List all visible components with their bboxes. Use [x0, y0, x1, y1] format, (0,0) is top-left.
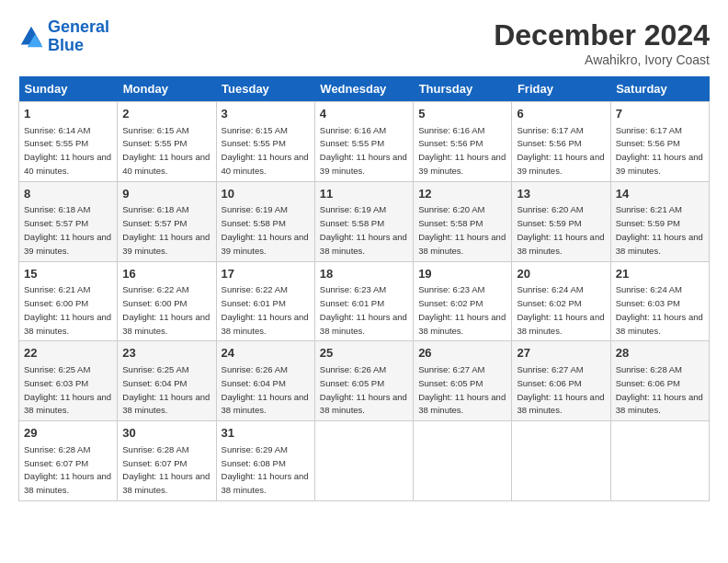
- calendar-day: 9 Sunrise: 6:18 AMSunset: 5:57 PMDayligh…: [118, 181, 216, 261]
- calendar-day: 23 Sunrise: 6:25 AMSunset: 6:04 PMDaylig…: [118, 341, 216, 421]
- day-number: 15: [24, 266, 112, 282]
- weekday-header: Sunday: [19, 76, 118, 102]
- calendar-week: 22 Sunrise: 6:25 AMSunset: 6:03 PMDaylig…: [19, 341, 710, 421]
- calendar-day: 14 Sunrise: 6:21 AMSunset: 5:59 PMDaylig…: [610, 181, 709, 261]
- day-number: 22: [24, 345, 112, 362]
- calendar-day: 15 Sunrise: 6:21 AMSunset: 6:00 PMDaylig…: [19, 261, 118, 341]
- calendar-day: 20 Sunrise: 6:24 AMSunset: 6:02 PMDaylig…: [512, 261, 610, 341]
- calendar-day: 19 Sunrise: 6:23 AMSunset: 6:02 PMDaylig…: [414, 261, 512, 341]
- month-title: December 2024: [494, 18, 710, 52]
- day-number: 10: [222, 186, 310, 202]
- day-info: Sunrise: 6:16 AMSunset: 5:55 PMDaylight:…: [320, 125, 407, 176]
- day-number: 1: [24, 106, 112, 122]
- day-info: Sunrise: 6:19 AMSunset: 5:58 PMDaylight:…: [320, 204, 407, 255]
- calendar-week: 15 Sunrise: 6:21 AMSunset: 6:00 PMDaylig…: [19, 261, 710, 341]
- day-info: Sunrise: 6:28 AMSunset: 6:06 PMDaylight:…: [616, 364, 703, 415]
- weekday-header: Tuesday: [216, 76, 314, 102]
- calendar-day: 24 Sunrise: 6:26 AMSunset: 6:04 PMDaylig…: [216, 341, 314, 421]
- day-number: 16: [122, 266, 210, 282]
- logo-text: General Blue: [48, 18, 109, 55]
- calendar-day: [512, 421, 610, 501]
- day-info: Sunrise: 6:26 AMSunset: 6:05 PMDaylight:…: [320, 364, 407, 415]
- day-info: Sunrise: 6:23 AMSunset: 6:02 PMDaylight:…: [418, 284, 506, 335]
- day-info: Sunrise: 6:23 AMSunset: 6:01 PMDaylight:…: [320, 284, 407, 335]
- weekday-header: Wednesday: [314, 76, 413, 102]
- calendar-table: SundayMondayTuesdayWednesdayThursdayFrid…: [18, 76, 710, 501]
- calendar-day: 21 Sunrise: 6:24 AMSunset: 6:03 PMDaylig…: [610, 261, 709, 341]
- day-number: 18: [320, 266, 408, 282]
- day-number: 19: [418, 266, 506, 282]
- calendar-day: 11 Sunrise: 6:19 AMSunset: 5:58 PMDaylig…: [314, 181, 413, 261]
- day-number: 6: [517, 106, 605, 122]
- day-info: Sunrise: 6:21 AMSunset: 6:00 PMDaylight:…: [24, 284, 111, 335]
- calendar-day: 28 Sunrise: 6:28 AMSunset: 6:06 PMDaylig…: [610, 341, 709, 421]
- day-number: 13: [517, 186, 605, 202]
- page-header: General Blue December 2024 Awahikro, Ivo…: [18, 18, 710, 67]
- calendar-day: 2 Sunrise: 6:15 AMSunset: 5:55 PMDayligh…: [118, 102, 216, 182]
- calendar-day: 22 Sunrise: 6:25 AMSunset: 6:03 PMDaylig…: [19, 341, 118, 421]
- weekday-header: Thursday: [414, 76, 512, 102]
- day-info: Sunrise: 6:24 AMSunset: 6:02 PMDaylight:…: [517, 284, 604, 335]
- day-number: 24: [222, 345, 310, 362]
- calendar-day: 7 Sunrise: 6:17 AMSunset: 5:56 PMDayligh…: [610, 102, 709, 182]
- day-info: Sunrise: 6:22 AMSunset: 6:01 PMDaylight:…: [222, 284, 309, 335]
- day-number: 23: [122, 345, 210, 362]
- day-number: 4: [320, 106, 408, 122]
- day-number: 11: [320, 186, 408, 202]
- day-number: 12: [418, 186, 506, 202]
- weekday-header: Saturday: [610, 76, 709, 102]
- calendar-week: 29 Sunrise: 6:28 AMSunset: 6:07 PMDaylig…: [19, 421, 710, 501]
- day-number: 2: [122, 106, 210, 122]
- calendar-day: 3 Sunrise: 6:15 AMSunset: 5:55 PMDayligh…: [216, 102, 314, 182]
- day-info: Sunrise: 6:27 AMSunset: 6:06 PMDaylight:…: [517, 364, 604, 415]
- day-number: 29: [24, 425, 112, 442]
- calendar-day: 13 Sunrise: 6:20 AMSunset: 5:59 PMDaylig…: [512, 181, 610, 261]
- logo-line2: Blue: [48, 36, 84, 54]
- calendar-day: 12 Sunrise: 6:20 AMSunset: 5:58 PMDaylig…: [414, 181, 512, 261]
- day-number: 7: [616, 106, 704, 122]
- day-info: Sunrise: 6:14 AMSunset: 5:55 PMDaylight:…: [24, 125, 111, 176]
- day-info: Sunrise: 6:15 AMSunset: 5:55 PMDaylight:…: [222, 125, 309, 176]
- day-number: 21: [616, 266, 704, 282]
- day-info: Sunrise: 6:25 AMSunset: 6:04 PMDaylight:…: [122, 364, 210, 415]
- day-info: Sunrise: 6:16 AMSunset: 5:56 PMDaylight:…: [418, 125, 506, 176]
- day-number: 17: [222, 266, 310, 282]
- header-row: SundayMondayTuesdayWednesdayThursdayFrid…: [19, 76, 710, 102]
- calendar-day: [314, 421, 413, 501]
- calendar-week: 1 Sunrise: 6:14 AMSunset: 5:55 PMDayligh…: [19, 102, 710, 182]
- weekday-header: Monday: [118, 76, 216, 102]
- calendar-day: 8 Sunrise: 6:18 AMSunset: 5:57 PMDayligh…: [19, 181, 118, 261]
- day-info: Sunrise: 6:18 AMSunset: 5:57 PMDaylight:…: [24, 204, 111, 255]
- calendar-day: [610, 421, 709, 501]
- calendar-day: 29 Sunrise: 6:28 AMSunset: 6:07 PMDaylig…: [19, 421, 118, 501]
- day-info: Sunrise: 6:20 AMSunset: 5:59 PMDaylight:…: [517, 204, 604, 255]
- day-number: 28: [616, 345, 704, 362]
- calendar-day: 1 Sunrise: 6:14 AMSunset: 5:55 PMDayligh…: [19, 102, 118, 182]
- calendar-day: [414, 421, 512, 501]
- day-number: 25: [320, 345, 408, 362]
- day-info: Sunrise: 6:25 AMSunset: 6:03 PMDaylight:…: [24, 364, 111, 415]
- day-number: 3: [222, 106, 310, 122]
- day-info: Sunrise: 6:15 AMSunset: 5:55 PMDaylight:…: [122, 125, 210, 176]
- day-info: Sunrise: 6:17 AMSunset: 5:56 PMDaylight:…: [616, 125, 703, 176]
- calendar-day: 26 Sunrise: 6:27 AMSunset: 6:05 PMDaylig…: [414, 341, 512, 421]
- calendar-day: 4 Sunrise: 6:16 AMSunset: 5:55 PMDayligh…: [314, 102, 413, 182]
- calendar-day: 16 Sunrise: 6:22 AMSunset: 6:00 PMDaylig…: [118, 261, 216, 341]
- calendar-day: 31 Sunrise: 6:29 AMSunset: 6:08 PMDaylig…: [216, 421, 314, 501]
- day-info: Sunrise: 6:18 AMSunset: 5:57 PMDaylight:…: [122, 204, 210, 255]
- day-number: 26: [418, 345, 506, 362]
- calendar-day: 25 Sunrise: 6:26 AMSunset: 6:05 PMDaylig…: [314, 341, 413, 421]
- title-block: December 2024 Awahikro, Ivory Coast: [494, 18, 710, 67]
- day-info: Sunrise: 6:19 AMSunset: 5:58 PMDaylight:…: [222, 204, 309, 255]
- day-number: 8: [24, 186, 112, 202]
- location: Awahikro, Ivory Coast: [494, 52, 710, 67]
- day-number: 5: [418, 106, 506, 122]
- day-number: 30: [122, 425, 210, 442]
- day-number: 20: [517, 266, 605, 282]
- calendar-day: 10 Sunrise: 6:19 AMSunset: 5:58 PMDaylig…: [216, 181, 314, 261]
- weekday-header: Friday: [512, 76, 610, 102]
- logo: General Blue: [18, 18, 109, 55]
- day-number: 31: [222, 425, 310, 442]
- logo-line1: General: [48, 17, 109, 36]
- calendar-day: 18 Sunrise: 6:23 AMSunset: 6:01 PMDaylig…: [314, 261, 413, 341]
